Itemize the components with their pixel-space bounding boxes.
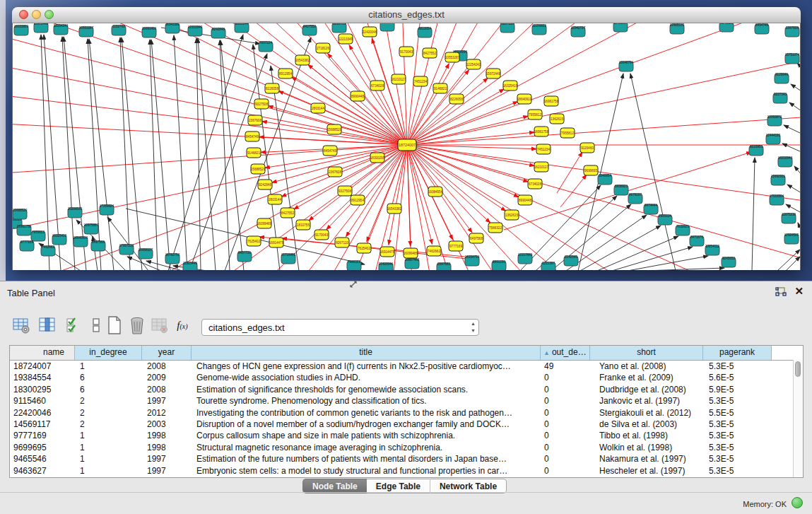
table-row[interactable]: 1456911722003Disruption of a novel membe… [10, 419, 803, 430]
graph-node[interactable] [613, 23, 628, 32]
cell-in_degree[interactable]: 1 [75, 430, 142, 441]
cell-name[interactable]: 19384554 [10, 372, 75, 383]
cell-in_degree[interactable]: 6 [75, 384, 142, 395]
cell-name[interactable]: 9463627 [10, 465, 75, 477]
import-table-icon[interactable] [149, 314, 170, 337]
cell-name[interactable]: 22420046 [10, 407, 75, 419]
table-row[interactable]: 911546021997Tourette syndrome. Phenomeno… [10, 395, 803, 407]
column-header-out_de[interactable]: ▲out_de… [541, 346, 590, 360]
cell-pagerank[interactable]: 5.9E-5 [703, 384, 772, 395]
column-header-in_degree[interactable]: in_degree [75, 346, 142, 360]
scrollbar-thumb[interactable] [795, 361, 801, 377]
cell-title[interactable]: Disruption of a novel member of a sodium… [192, 419, 541, 430]
network-view[interactable]: 1603380915972448122542431055328711527602… [13, 23, 801, 270]
function-builder-icon[interactable]: f(x) [172, 314, 193, 337]
cell-pagerank[interactable]: 5.3E-5 [703, 419, 772, 430]
cell-in_degree[interactable]: 6 [75, 372, 142, 383]
cell-short[interactable]: Hescheler et al. (1997) [590, 465, 703, 477]
cell-name[interactable]: 18300295 [10, 384, 75, 395]
cell-out_de[interactable]: 49 [541, 361, 590, 372]
table-row[interactable]: 1938455462009Genome-wide association stu… [10, 372, 803, 383]
cell-short[interactable]: Jankovic et al. (1997) [590, 395, 703, 407]
graph-node[interactable] [719, 23, 734, 32]
cell-pagerank[interactable]: 5.5E-5 [703, 407, 772, 419]
cell-title[interactable]: Corpus callosum shape and size in male p… [192, 430, 541, 441]
tab-network-table[interactable]: Network Table [430, 479, 507, 493]
cell-short[interactable]: Tibbo et al. (1998) [590, 430, 703, 441]
cell-year[interactable]: 2012 [142, 407, 192, 419]
cell-name[interactable]: 9699695 [10, 442, 75, 453]
new-file-icon[interactable] [104, 314, 125, 337]
cell-out_de[interactable]: 0 [541, 419, 590, 430]
cell-title[interactable]: Genome-wide association studies in ADHD. [192, 372, 541, 383]
cell-short[interactable]: Dudbridge et al. (2008) [590, 384, 703, 395]
table-row[interactable]: 969969511998Structural magnetic resonanc… [10, 442, 803, 453]
network-canvas[interactable]: 1603380915972448122542431055328711527602… [12, 23, 801, 270]
cell-in_degree[interactable]: 1 [75, 453, 142, 465]
cell-in_degree[interactable]: 1 [75, 361, 142, 372]
cell-title[interactable]: Investigating the contribution of common… [192, 407, 541, 419]
cell-year[interactable]: 2008 [142, 384, 192, 395]
column-header-name[interactable]: name [10, 346, 75, 360]
window-titlebar[interactable]: citations_edges.txt [12, 7, 801, 23]
cell-year[interactable]: 1997 [142, 465, 192, 477]
close-panel-icon[interactable]: ✕ [794, 285, 804, 298]
table-row[interactable]: 977716911998Corpus callosum shape and si… [10, 430, 803, 441]
column-header-year[interactable]: year [142, 346, 192, 360]
memory-status-icon[interactable] [792, 497, 803, 508]
select-all-icon[interactable] [63, 314, 84, 337]
show-column-icon[interactable] [37, 314, 58, 337]
cell-out_de[interactable]: 0 [541, 395, 590, 407]
cell-short[interactable]: Yano et al. (2008) [590, 361, 703, 372]
cell-title[interactable]: Estimation of significance thresholds fo… [192, 384, 541, 395]
network-file-select[interactable]: citations_edges.txt ▲▼ [201, 319, 479, 336]
cell-short[interactable]: Wolkin et al. (1998) [590, 442, 703, 453]
cell-title[interactable]: Structural magnetic resonance image aver… [192, 442, 541, 453]
table-row[interactable]: 1872400712008Changes of HCN gene express… [10, 361, 803, 372]
cell-pagerank[interactable]: 5.6E-5 [703, 372, 772, 383]
cell-short[interactable]: de Silva et al. (2003) [590, 419, 703, 430]
cell-name[interactable]: 9465546 [10, 453, 75, 465]
cell-out_de[interactable]: 0 [541, 442, 590, 453]
cell-name[interactable]: 9777169 [10, 430, 75, 441]
cell-in_degree[interactable]: 1 [75, 465, 142, 477]
cell-title[interactable]: Estimation of the future numbers of pati… [192, 453, 541, 465]
cell-out_de[interactable]: 0 [541, 465, 590, 477]
column-header-pagerank[interactable]: pagerank [703, 346, 772, 360]
cell-in_degree[interactable]: 2 [75, 395, 142, 407]
column-header-short[interactable]: short [590, 346, 703, 360]
table-row[interactable]: 1830029562008Estimation of significance … [10, 384, 803, 395]
cell-pagerank[interactable]: 5.3E-5 [703, 395, 772, 407]
cell-title[interactable]: Tourette syndrome. Phenomenology and cla… [192, 395, 541, 407]
cell-in_degree[interactable]: 2 [75, 419, 142, 430]
cell-in_degree[interactable]: 2 [75, 407, 142, 419]
cell-pagerank[interactable]: 5.3E-5 [703, 361, 772, 372]
cell-year[interactable]: 2003 [142, 419, 192, 430]
graph-node[interactable] [380, 23, 394, 31]
cell-out_de[interactable]: 0 [541, 453, 590, 465]
float-panel-icon[interactable] [775, 287, 787, 297]
cell-out_de[interactable]: 0 [541, 372, 590, 383]
cell-short[interactable]: Stergiakouli et al. (2012) [590, 407, 703, 419]
cell-pagerank[interactable]: 5.3E-5 [703, 442, 772, 453]
cell-pagerank[interactable]: 5.3E-5 [703, 453, 772, 465]
cell-pagerank[interactable]: 5.3E-5 [703, 465, 772, 477]
cell-year[interactable]: 2008 [142, 361, 192, 372]
cell-year[interactable]: 1997 [142, 395, 192, 407]
table-row[interactable]: 946362711997Embryonic stem cells: a mode… [10, 465, 803, 477]
column-header-title[interactable]: title [192, 346, 541, 360]
cell-pagerank[interactable]: 5.3E-5 [703, 430, 772, 441]
cell-name[interactable]: 14569117 [10, 419, 75, 430]
cell-year[interactable]: 1998 [142, 442, 192, 453]
tab-edge-table[interactable]: Edge Table [367, 479, 430, 493]
cell-year[interactable]: 2009 [142, 372, 192, 383]
cell-year[interactable]: 1997 [142, 453, 192, 465]
table-row[interactable]: 2242004622012Investigating the contribut… [10, 407, 803, 419]
delete-trash-icon[interactable] [126, 314, 148, 337]
cell-out_de[interactable]: 0 [541, 430, 590, 441]
cell-out_de[interactable]: 0 [541, 384, 590, 395]
vertical-scrollbar[interactable] [793, 360, 803, 477]
cell-title[interactable]: Changes of HCN gene expression and I(f) … [192, 361, 541, 372]
cell-in_degree[interactable]: 1 [75, 442, 142, 453]
cell-name[interactable]: 18724007 [10, 361, 75, 372]
